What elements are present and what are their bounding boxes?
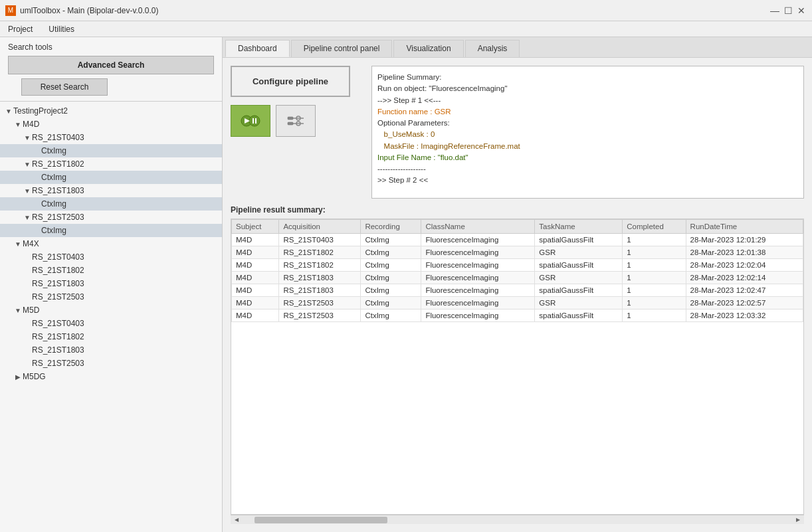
tree-item-label: RS_21ST0403 [32, 319, 84, 328]
tree-toggle-icon[interactable]: ▶ [13, 373, 23, 381]
result-table-wrapper[interactable]: SubjectAcquisitionRecordingClassNameTask… [231, 219, 804, 515]
table-cell-acquisition: RS_21ST2503 [279, 297, 361, 310]
tree-item-label: RS_21ST1802 [32, 159, 84, 169]
tree-item-label: RS_21ST1803 [32, 186, 84, 195]
table-cell-recording: CtxImg [361, 272, 421, 284]
run-pipeline-button[interactable] [231, 105, 270, 137]
top-section: Configure pipeline [231, 66, 804, 199]
reset-search-button[interactable]: Reset Search [21, 78, 108, 96]
svg-point-1 [249, 116, 260, 126]
tree-toggle-icon[interactable]: ▼ [13, 121, 23, 128]
minimize-button[interactable]: — [769, 5, 780, 16]
tree-item[interactable]: ▼TestingProject2 [0, 104, 222, 118]
tree-item-label: RS_21ST1803 [32, 345, 84, 355]
tree-item[interactable]: RS_21ST1802 [0, 330, 222, 343]
table-cell-acquisition: RS_21ST1802 [279, 259, 361, 272]
svg-rect-4 [255, 118, 256, 124]
tree-item[interactable]: ▼RS_21ST2503 [0, 211, 222, 224]
tree-toggle-icon[interactable]: ▼ [13, 307, 23, 314]
horizontal-scrollbar[interactable]: ◀ ▶ [231, 515, 804, 524]
table-cell-subject: M4D [232, 310, 279, 322]
table-cell-rundatetime: 28-Mar-2023 12:02:04 [686, 259, 803, 272]
tree-item[interactable]: ▼M4X [0, 237, 222, 250]
tree-item-label: CtxImg [41, 146, 66, 155]
table-cell-acquisition: RS_21ST1803 [279, 272, 361, 284]
tab-dashboard[interactable]: Dashboard [225, 40, 290, 57]
tree-item[interactable]: RS_21ST1803 [0, 277, 222, 290]
tree-item[interactable]: RS_21ST1802 [0, 264, 222, 277]
summary-line: b_UseMask : 0 [377, 129, 798, 140]
table-cell-completed: 1 [623, 284, 686, 297]
configure-pipeline-button[interactable]: Configure pipeline [231, 66, 350, 97]
tree-item[interactable]: RS_21ST0403 [0, 317, 222, 330]
tree-toggle-icon[interactable]: ▼ [4, 108, 13, 115]
tree-item[interactable]: CtxImg [0, 224, 222, 237]
tree-item[interactable]: ▼RS_21ST1802 [0, 157, 222, 171]
scroll-right-arrow[interactable]: ▶ [793, 515, 803, 525]
tree-item[interactable]: ▶M5DG [0, 370, 222, 383]
close-button[interactable]: ✕ [796, 5, 807, 16]
scroll-left-arrow[interactable]: ◀ [232, 515, 241, 525]
table-cell-recording: CtxImg [361, 246, 421, 259]
menu-utilities[interactable]: Utilities [46, 23, 77, 35]
tree-toggle-icon[interactable]: ▼ [23, 214, 32, 221]
run-icon [240, 112, 261, 130]
table-cell-subject: M4D [232, 284, 279, 297]
table-row[interactable]: M4DRS_21ST2503CtxImgFluorescenceImagings… [232, 310, 803, 322]
table-cell-classname: FluorescenceImaging [421, 246, 535, 259]
tree-item[interactable]: RS_21ST0403 [0, 250, 222, 264]
table-cell-rundatetime: 28-Mar-2023 12:02:47 [686, 284, 803, 297]
table-cell-classname: FluorescenceImaging [421, 272, 535, 284]
tree-item[interactable]: CtxImg [0, 144, 222, 157]
tab-visualization[interactable]: Visualization [393, 40, 463, 57]
menubar: Project Utilities [0, 21, 812, 37]
tree-item[interactable]: RS_21ST1803 [0, 343, 222, 357]
tree-item-label: M5DG [23, 372, 46, 381]
tree-toggle-icon[interactable]: ▼ [23, 161, 32, 168]
summary-line: MaskFile : ImagingReferenceFrame.mat [377, 141, 798, 152]
table-cell-taskname: spatialGaussFilt [535, 310, 623, 322]
table-row[interactable]: M4DRS_21ST0403CtxImgFluorescenceImagings… [232, 234, 803, 246]
scrollbar-thumb[interactable] [254, 517, 387, 523]
tree-item[interactable]: ▼M4D [0, 118, 222, 131]
table-cell-classname: FluorescenceImaging [421, 234, 535, 246]
svg-rect-3 [253, 118, 254, 124]
tree-toggle-icon[interactable]: ▼ [13, 240, 23, 248]
tree-item[interactable]: CtxImg [0, 197, 222, 211]
tree-toggle-icon[interactable]: ▼ [23, 187, 32, 195]
tree-item[interactable]: ▼RS_21ST0403 [0, 131, 222, 144]
left-panel: Search tools Advanced Search Reset Searc… [0, 37, 223, 532]
tree-item[interactable]: CtxImg [0, 171, 222, 184]
table-cell-rundatetime: 28-Mar-2023 12:02:14 [686, 272, 803, 284]
dashboard-content: Configure pipeline [223, 58, 812, 532]
table-header-rundatetime: RunDateTime [686, 220, 803, 234]
tab-pipeline-control-panel[interactable]: Pipeline control panel [291, 40, 393, 57]
menu-project[interactable]: Project [5, 23, 35, 35]
tree-item-label: M4X [23, 239, 39, 248]
tree-item-label: RS_21ST2503 [32, 213, 84, 222]
tree-item-label: CtxImg [41, 173, 66, 182]
table-row[interactable]: M4DRS_21ST2503CtxImgFluorescenceImagingG… [232, 297, 803, 310]
table-cell-classname: FluorescenceImaging [421, 310, 535, 322]
table-row[interactable]: M4DRS_21ST1803CtxImgFluorescenceImagings… [232, 284, 803, 297]
settings-button[interactable] [276, 105, 316, 137]
tree-item[interactable]: ▼RS_21ST1803 [0, 184, 222, 197]
table-row[interactable]: M4DRS_21ST1803CtxImgFluorescenceImagingG… [232, 272, 803, 284]
table-row[interactable]: M4DRS_21ST1802CtxImgFluorescenceImagingG… [232, 246, 803, 259]
summary-line: Pipeline Summary: [377, 72, 798, 83]
table-cell-subject: M4D [232, 297, 279, 310]
summary-line: ------------------- [377, 163, 798, 175]
tree-item-label: TestingProject2 [13, 106, 68, 116]
table-cell-rundatetime: 28-Mar-2023 12:03:32 [686, 310, 803, 322]
tab-analysis[interactable]: Analysis [465, 40, 520, 57]
maximize-button[interactable]: ☐ [783, 5, 793, 16]
tree-item[interactable]: RS_21ST2503 [0, 357, 222, 370]
tree-toggle-icon[interactable]: ▼ [23, 134, 32, 141]
tree-item-label: M4D [23, 120, 39, 129]
table-cell-taskname: GSR [535, 297, 623, 310]
tree-item[interactable]: RS_21ST2503 [0, 290, 222, 304]
tree-item[interactable]: ▼M5D [0, 304, 222, 317]
table-row[interactable]: M4DRS_21ST1802CtxImgFluorescenceImagings… [232, 259, 803, 272]
tree-item-label: CtxImg [41, 226, 66, 235]
advanced-search-button[interactable]: Advanced Search [8, 56, 214, 74]
